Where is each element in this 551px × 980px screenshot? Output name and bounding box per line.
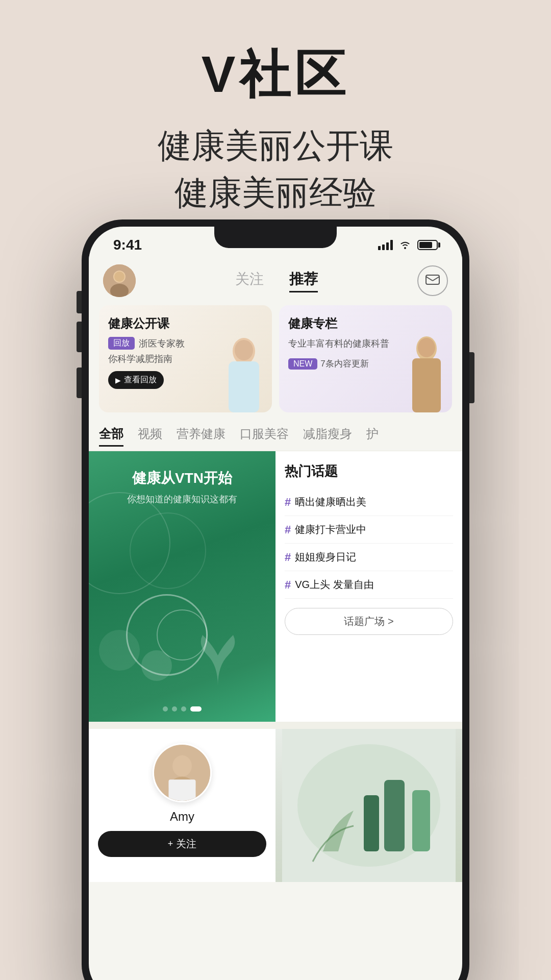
category-tabs: 全部 视频 营养健康 口服美容 减脂瘦身 护: [89, 422, 462, 451]
tab-recommend[interactable]: 推荐: [289, 270, 318, 292]
health-column-card[interactable]: 健康专栏 专业丰富有料的健康科普 NEW 7条内容更新: [279, 305, 452, 412]
svg-rect-18: [168, 779, 195, 801]
cat-tab-more[interactable]: 护: [366, 426, 379, 447]
svg-line-7: [433, 277, 439, 281]
wifi-icon: [399, 240, 411, 250]
plant-icon: [197, 625, 238, 686]
hash-icon-4: #: [285, 578, 291, 592]
product-bg: [276, 729, 462, 882]
cat-tab-video[interactable]: 视频: [138, 426, 162, 447]
cat-tab-nutrition[interactable]: 营养健康: [177, 426, 226, 447]
svg-point-4: [114, 272, 124, 282]
battery-icon: [417, 240, 438, 250]
svg-rect-12: [412, 358, 441, 412]
svg-point-13: [418, 338, 435, 357]
phone-screen: 9:41: [89, 227, 462, 980]
card-left-badge: 回放: [108, 337, 135, 350]
power-button: [469, 352, 474, 403]
topic-text-3: 姐姐瘦身日记: [295, 550, 356, 564]
svg-rect-21: [384, 780, 405, 851]
topic-item-4[interactable]: # VG上头 发量自由: [285, 571, 453, 599]
cat-tab-weight-loss[interactable]: 减脂瘦身: [303, 426, 352, 447]
health-course-card[interactable]: 健康公开课 回放 浙医专家教 你科学减肥指南 ▶ 查看回放: [99, 305, 272, 412]
svg-line-6: [426, 277, 433, 281]
page-background: V社区 健康美丽公开课 健康美丽经验 9:41: [0, 0, 551, 980]
nav-tabs: 关注 推荐: [136, 270, 417, 292]
message-button[interactable]: [417, 265, 448, 296]
user-avatar[interactable]: [103, 264, 136, 297]
hero-title: V社区: [0, 41, 551, 110]
card-right-badge-count: 7条内容更新: [320, 358, 368, 370]
play-icon: ▶: [115, 376, 121, 384]
card-left-subtitle1: 浙医专家教: [139, 337, 185, 350]
follow-label: 关注: [176, 837, 196, 851]
card-left-action[interactable]: ▶ 查看回放: [108, 371, 164, 389]
hero-subtitle-line1: 健康美丽公开课: [0, 122, 551, 169]
topic-item-1[interactable]: # 晒出健康晒出美: [285, 488, 453, 516]
vtn-banner[interactable]: 健康从VTN开始 你想知道的健康知识这都有: [89, 451, 276, 722]
topic-text-1: 晒出健康晒出美: [295, 495, 366, 509]
svg-rect-5: [426, 275, 439, 284]
profile-card-amy[interactable]: Amy + 关注: [89, 729, 276, 882]
topic-plaza-button[interactable]: 话题广场 >: [285, 608, 453, 635]
hero-subtitle-line2: 健康美丽经验: [0, 169, 551, 216]
feature-cards: 健康公开课 回放 浙医专家教 你科学减肥指南 ▶ 查看回放: [89, 305, 462, 422]
banner-subtitle: 你想知道的健康知识这都有: [127, 493, 237, 505]
tab-follow[interactable]: 关注: [235, 270, 264, 292]
svg-point-16: [172, 755, 192, 777]
banner-title: 健康从VTN开始: [132, 469, 232, 488]
cat-tab-all[interactable]: 全部: [99, 426, 123, 447]
deco-circle-2: [130, 512, 206, 589]
bottom-grid: Amy + 关注: [89, 722, 462, 882]
plus-icon: +: [168, 839, 173, 849]
card-left-action-text: 查看回放: [124, 375, 157, 385]
profile-avatar: [153, 743, 212, 802]
hash-icon-2: #: [285, 523, 291, 536]
svg-point-10: [235, 340, 253, 360]
hero-subtitle: 健康美丽公开课 健康美丽经验: [0, 122, 551, 216]
plaza-btn-text: 话题广场 >: [344, 615, 393, 628]
status-icons: [378, 240, 438, 250]
app-content: 关注 推荐 健康公: [89, 256, 462, 980]
profile-name: Amy: [170, 810, 194, 824]
mute-button: [77, 291, 82, 313]
top-nav: 关注 推荐: [89, 256, 462, 305]
volume-down-button: [77, 368, 82, 398]
topic-item-2[interactable]: # 健康打卡营业中: [285, 516, 453, 544]
svg-rect-22: [412, 790, 430, 851]
svg-rect-23: [364, 795, 379, 851]
trending-title: 热门话题: [285, 462, 453, 480]
hero-section: V社区 健康美丽公开课 健康美丽经验: [0, 0, 551, 237]
svg-point-0: [404, 247, 406, 249]
cat-tab-oral-beauty[interactable]: 口服美容: [240, 426, 289, 447]
signal-icon: [378, 240, 393, 250]
card-right-badge-new: NEW: [288, 358, 317, 370]
hash-icon-1: #: [285, 496, 291, 509]
message-icon: [425, 275, 440, 287]
pagination-dots: [163, 706, 202, 712]
svg-rect-9: [229, 361, 259, 412]
trending-topics: 热门话题 # 晒出健康晒出美 # 健康打卡营业中 # 姐姐瘦身日记: [276, 451, 462, 722]
topic-item-3[interactable]: # 姐姐瘦身日记: [285, 544, 453, 571]
content-grid: 健康从VTN开始 你想知道的健康知识这都有 热门话题: [89, 451, 462, 722]
specialist-figure: [401, 321, 452, 412]
product-image-card[interactable]: [276, 729, 462, 882]
status-time: 9:41: [113, 237, 142, 253]
phone-mockup: 9:41: [82, 219, 469, 980]
volume-up-button: [77, 322, 82, 352]
hash-icon-3: #: [285, 551, 291, 564]
follow-button[interactable]: + 关注: [98, 831, 266, 857]
doctor-figure: [216, 321, 272, 412]
topic-text-2: 健康打卡营业中: [295, 523, 366, 536]
topic-text-4: VG上头 发量自由: [295, 578, 373, 592]
phone-notch: [214, 227, 337, 248]
cell-visual: [121, 584, 243, 686]
